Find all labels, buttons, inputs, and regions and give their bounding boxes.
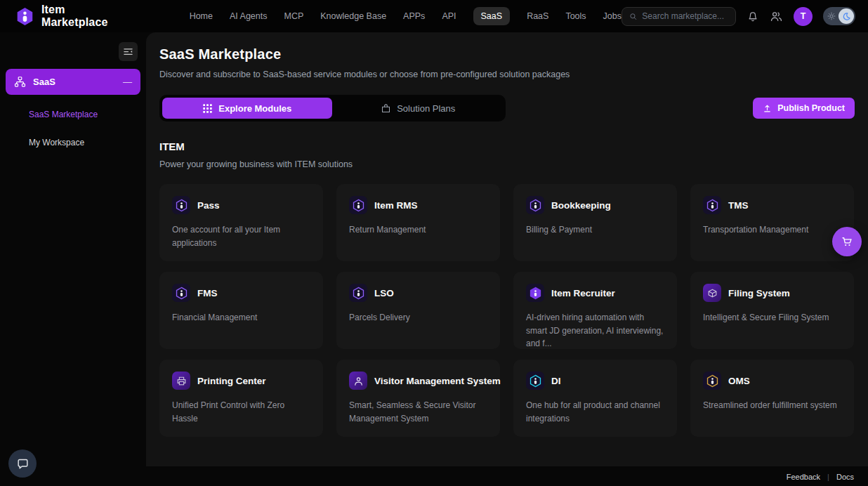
- sidebar-collapse-button[interactable]: [119, 42, 138, 61]
- notifications-button[interactable]: [747, 10, 759, 22]
- tab-row: Explore Modules Solution Plans Publish P…: [159, 95, 855, 121]
- module-card-item-rms[interactable]: Item RMS Return Management: [336, 184, 500, 261]
- module-title: Item RMS: [374, 200, 418, 211]
- module-description: One hub for all product and channel inte…: [526, 399, 664, 425]
- module-description: Streamlined order fulfillment system: [703, 399, 841, 412]
- cart-button[interactable]: [832, 227, 862, 256]
- module-title: Printing Center: [197, 376, 266, 386]
- module-card-tms[interactable]: TMS Transportation Management: [690, 184, 854, 261]
- module-description: Transportation Management: [703, 223, 841, 237]
- module-description: Parcels Delivery: [349, 311, 487, 324]
- users-icon: [770, 10, 783, 23]
- module-card-pass[interactable]: Pass One account for all your Item appli…: [159, 184, 323, 261]
- module-card-item-recruiter[interactable]: Item Recruiter AI-driven hiring automati…: [513, 272, 677, 349]
- hexagon-user-icon: [703, 372, 721, 390]
- hexagon-user-icon: [349, 284, 367, 302]
- brand-name: Item Marketplace: [41, 4, 135, 29]
- tab-solution-plans[interactable]: Solution Plans: [334, 98, 504, 119]
- menu-fold-icon: [123, 46, 133, 57]
- footer: Feedback | Docs: [787, 473, 854, 481]
- bell-icon: [747, 10, 759, 22]
- page-subtitle: Discover and subscribe to SaaS-based ser…: [159, 70, 855, 79]
- module-description: Financial Management: [172, 311, 310, 324]
- brand[interactable]: Item Marketplace: [15, 4, 135, 29]
- hexagon-user-icon: [526, 196, 544, 214]
- module-title: OMS: [728, 376, 750, 386]
- hexagon-user-filled-icon: [526, 284, 544, 302]
- workflow-icon: [14, 76, 26, 88]
- moon-icon: [842, 12, 851, 21]
- tab-label: Explore Modules: [218, 103, 291, 114]
- module-card-oms[interactable]: OMS Streamlined order fulfillment system: [690, 360, 854, 437]
- search-input[interactable]: [642, 11, 728, 21]
- grid-icon: [202, 103, 213, 114]
- archive-box-icon: [703, 284, 721, 302]
- publish-button-label: Publish Product: [777, 103, 845, 113]
- module-description: One account for all your Item applicatio…: [172, 223, 310, 249]
- visitor-person-icon: [349, 372, 367, 390]
- hexagon-user-icon: [703, 196, 721, 214]
- module-card-lso[interactable]: LSO Parcels Delivery: [336, 272, 500, 349]
- theme-knob: [839, 8, 854, 24]
- page-title: SaaS Marketplace: [159, 46, 855, 63]
- nav-item-tools[interactable]: Tools: [565, 11, 586, 21]
- search-icon: [629, 12, 637, 21]
- hexagon-user-icon: [526, 372, 544, 390]
- top-navbar: Item Marketplace Home AI Agents MCP Know…: [0, 0, 868, 32]
- module-description: Intelligent & Secure Filing System: [703, 311, 841, 324]
- user-avatar[interactable]: T: [794, 7, 813, 26]
- nav-item-jobs[interactable]: Jobs: [603, 11, 622, 21]
- nav-item-saas[interactable]: SaaS: [473, 7, 511, 25]
- search-box[interactable]: [622, 7, 736, 26]
- sidebar-item-saas-marketplace[interactable]: SaaS Marketplace: [6, 110, 140, 119]
- nav-item-knowledge-base[interactable]: Knowledge Base: [320, 11, 386, 21]
- nav-item-ai-agents[interactable]: AI Agents: [230, 11, 268, 21]
- navbar-right-cluster: T: [622, 7, 855, 26]
- theme-toggle[interactable]: [823, 7, 855, 25]
- sidebar-item-my-workspace[interactable]: My Workspace: [6, 138, 140, 147]
- module-title: Visitor Management System: [374, 376, 501, 386]
- hexagon-user-icon: [172, 284, 190, 302]
- module-card-visitor-management[interactable]: Visitor Management System Smart, Seamles…: [336, 360, 500, 437]
- sidebar-group-saas[interactable]: SaaS —: [6, 69, 140, 95]
- module-title: Bookkeeping: [551, 200, 611, 211]
- sun-icon: [827, 12, 836, 20]
- community-button[interactable]: [770, 10, 783, 23]
- upload-icon: [763, 104, 772, 113]
- chat-button[interactable]: [8, 449, 37, 478]
- publish-product-button[interactable]: Publish Product: [753, 98, 855, 119]
- module-card-grid: Pass One account for all your Item appli…: [159, 184, 855, 437]
- footer-separator: |: [827, 473, 829, 481]
- module-card-di[interactable]: DI One hub for all product and channel i…: [513, 360, 677, 437]
- module-card-fms[interactable]: FMS Financial Management: [159, 272, 323, 349]
- nav-item-home[interactable]: Home: [190, 11, 213, 21]
- nav-item-api[interactable]: API: [442, 11, 456, 21]
- tab-label: Solution Plans: [397, 103, 455, 114]
- nav-item-apps[interactable]: APPs: [403, 11, 425, 21]
- section-title: ITEM: [159, 140, 855, 152]
- package-icon: [381, 103, 391, 114]
- module-card-bookkeeping[interactable]: Bookkeeping Billing & Payment: [513, 184, 677, 261]
- nav-item-mcp[interactable]: MCP: [284, 11, 304, 21]
- docs-link[interactable]: Docs: [836, 473, 854, 481]
- module-card-printing-center[interactable]: Printing Center Unified Print Control wi…: [159, 360, 323, 437]
- tab-explore-modules[interactable]: Explore Modules: [162, 98, 332, 119]
- cart-icon: [841, 235, 853, 248]
- module-description: Unified Print Control with Zero Hassle: [172, 399, 310, 425]
- sidebar-item-label: My Workspace: [29, 138, 84, 147]
- sidebar: SaaS — SaaS Marketplace My Workspace: [0, 32, 146, 486]
- module-title: Pass: [197, 200, 220, 211]
- chat-bubble-icon: [16, 457, 29, 471]
- nav-item-raas[interactable]: RaaS: [527, 11, 548, 21]
- module-description: Return Management: [349, 223, 487, 237]
- module-description: Billing & Payment: [526, 223, 664, 237]
- feedback-link[interactable]: Feedback: [787, 473, 820, 481]
- hexagon-user-icon: [172, 196, 190, 214]
- module-title: FMS: [197, 288, 218, 298]
- module-title: Item Recruiter: [551, 288, 615, 298]
- main-panel: SaaS Marketplace Discover and subscribe …: [146, 32, 868, 466]
- hexagon-user-icon: [349, 196, 367, 214]
- brand-logo-icon: [15, 7, 34, 26]
- module-card-filing-system[interactable]: Filing System Intelligent & Secure Filin…: [690, 272, 854, 349]
- tab-group: Explore Modules Solution Plans: [159, 95, 506, 121]
